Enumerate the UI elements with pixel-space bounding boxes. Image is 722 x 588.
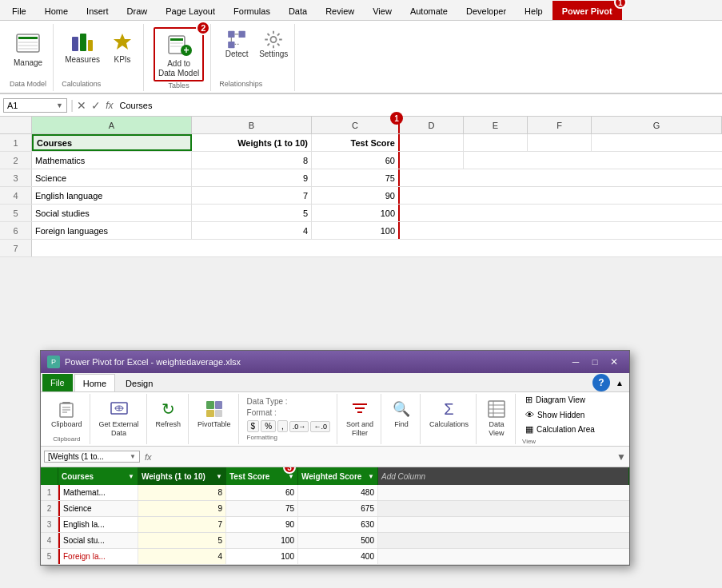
pp-td-4-addcol[interactable] bbox=[378, 533, 629, 548]
cell-1a[interactable]: Courses bbox=[32, 134, 192, 151]
cell-1e[interactable] bbox=[464, 134, 528, 151]
pp-show-hidden-btn[interactable]: 👁 Show Hidden bbox=[522, 408, 608, 421]
cancel-icon[interactable]: ✕ bbox=[77, 99, 86, 112]
cell-6a[interactable]: Foreign languages bbox=[32, 222, 192, 239]
cell-4c[interactable]: 90 bbox=[312, 187, 400, 204]
pp-td-1-testscore[interactable]: 60 bbox=[226, 485, 298, 500]
settings-button[interactable]: Settings bbox=[257, 27, 289, 61]
pp-percent-btn[interactable]: % bbox=[261, 420, 276, 432]
pp-td-5-courses[interactable]: Foreign la... bbox=[58, 549, 138, 564]
measures-button[interactable]: Measures bbox=[62, 27, 103, 66]
tab-home[interactable]: Home bbox=[36, 1, 77, 20]
pp-td-3-addcol[interactable] bbox=[378, 517, 629, 532]
pp-td-4-courses[interactable]: Social stu... bbox=[58, 533, 138, 548]
pp-clipboard-btn[interactable]: Clipboard bbox=[49, 395, 85, 431]
pp-refresh-btn[interactable]: ↻ Refresh bbox=[154, 395, 184, 431]
pp-name-box[interactable]: [Weights (1 to... ▼ bbox=[44, 451, 140, 463]
pp-td-4-weights[interactable]: 5 bbox=[138, 533, 226, 548]
tab-page-layout[interactable]: Page Layout bbox=[157, 1, 224, 20]
pp-find-btn[interactable]: 🔍 Find bbox=[388, 395, 415, 431]
fx-icon[interactable]: fx bbox=[106, 100, 113, 111]
pp-td-3-weights[interactable]: 7 bbox=[138, 517, 226, 532]
cell-1c[interactable]: Test Score bbox=[312, 134, 400, 151]
pp-td-3-testscore[interactable]: 90 bbox=[226, 517, 298, 532]
pp-td-4-testscore[interactable]: 100 bbox=[226, 533, 298, 548]
cell-6d[interactable] bbox=[400, 222, 722, 239]
name-box[interactable]: A1 ▼ bbox=[3, 98, 67, 113]
tab-power-pivot[interactable]: Power Pivot 1 bbox=[552, 1, 622, 20]
pp-td-5-testscore[interactable]: 100 bbox=[226, 549, 298, 564]
pp-th-testscore[interactable]: Test Score 3 ▼ bbox=[226, 467, 298, 485]
pp-td-2-weights[interactable]: 9 bbox=[138, 501, 226, 516]
tab-file[interactable]: File bbox=[3, 1, 35, 20]
pp-td-3-weightedscore[interactable]: 630 bbox=[298, 517, 378, 532]
cell-3b[interactable]: 9 bbox=[192, 169, 312, 186]
col-header-e[interactable]: E bbox=[464, 117, 528, 133]
tab-formulas[interactable]: Formulas bbox=[225, 1, 279, 20]
pp-td-1-courses[interactable]: Mathemat... bbox=[58, 485, 138, 500]
manage-button[interactable]: Manage bbox=[10, 27, 46, 70]
kpis-button[interactable]: KPIs bbox=[106, 27, 138, 66]
cell-4a[interactable]: English language bbox=[32, 187, 192, 204]
cell-1f[interactable] bbox=[528, 134, 592, 151]
pp-pivot-btn[interactable]: PivotTable bbox=[195, 395, 233, 431]
pp-formula-input[interactable] bbox=[157, 452, 611, 461]
tab-draw[interactable]: Draw bbox=[118, 1, 157, 20]
pp-maximize-button[interactable]: □ bbox=[586, 354, 604, 370]
cell-2b[interactable]: 8 bbox=[192, 152, 312, 169]
add-to-data-model-button[interactable]: + Add toData Model 2 bbox=[154, 27, 204, 81]
col-header-f[interactable]: F bbox=[528, 117, 592, 133]
pp-increase-decimal-btn[interactable]: .0→ bbox=[289, 421, 309, 432]
pp-td-2-courses[interactable]: Science bbox=[58, 501, 138, 516]
pp-sort-filter-btn[interactable]: Sort andFilter bbox=[344, 395, 376, 440]
pp-th-addcol[interactable]: Add Column bbox=[378, 467, 629, 485]
detect-button[interactable]: Detect bbox=[219, 27, 254, 61]
col-header-b[interactable]: B bbox=[192, 117, 312, 133]
cell-2a[interactable]: Mathematics bbox=[32, 152, 192, 169]
cell-4b[interactable]: 7 bbox=[192, 187, 312, 204]
cell-5a[interactable]: Social studies bbox=[32, 205, 192, 221]
pp-calculations-btn[interactable]: Σ Calculations bbox=[427, 395, 471, 431]
pp-td-2-testscore[interactable]: 75 bbox=[226, 501, 298, 516]
tab-data[interactable]: Data bbox=[280, 1, 316, 20]
pp-tab-design[interactable]: Design bbox=[117, 374, 162, 391]
tab-automate[interactable]: Automate bbox=[401, 1, 457, 20]
pp-tab-home[interactable]: Home bbox=[74, 374, 115, 391]
pp-td-2-addcol[interactable] bbox=[378, 501, 629, 516]
pp-td-3-courses[interactable]: English la... bbox=[58, 517, 138, 532]
pp-td-4-weightedscore[interactable]: 500 bbox=[298, 533, 378, 548]
col-header-a[interactable]: A bbox=[32, 117, 192, 133]
cell-5d[interactable] bbox=[400, 205, 722, 221]
cell-6b[interactable]: 4 bbox=[192, 222, 312, 239]
pp-data-view-btn[interactable]: DataView bbox=[483, 395, 510, 440]
cell-3c[interactable]: 75 bbox=[312, 169, 400, 186]
cell-1g[interactable] bbox=[592, 134, 722, 151]
pp-td-5-weights[interactable]: 4 bbox=[138, 549, 226, 564]
pp-td-5-weightedscore[interactable]: 400 bbox=[298, 549, 378, 564]
tab-help[interactable]: Help bbox=[516, 1, 552, 20]
cell-7a[interactable] bbox=[32, 240, 722, 256]
tab-view[interactable]: View bbox=[364, 1, 401, 20]
cell-3a[interactable]: Science bbox=[32, 169, 192, 186]
pp-help-icon[interactable]: ? bbox=[592, 374, 610, 391]
tab-developer[interactable]: Developer bbox=[457, 1, 515, 20]
pp-formula-expand-icon[interactable]: ▼ bbox=[616, 451, 626, 463]
cell-6c[interactable]: 100 bbox=[312, 222, 400, 239]
pp-th-courses[interactable]: Courses ▼ bbox=[58, 467, 138, 485]
col-header-g[interactable]: G bbox=[592, 117, 722, 133]
cell-5c[interactable]: 100 bbox=[312, 205, 400, 221]
cell-3d[interactable] bbox=[400, 169, 722, 186]
pp-td-2-weightedscore[interactable]: 675 bbox=[298, 501, 378, 516]
pp-diagram-view-btn[interactable]: ⊞ Diagram View bbox=[522, 393, 608, 407]
pp-td-1-addcol[interactable] bbox=[378, 485, 629, 500]
cell-2e[interactable] bbox=[464, 152, 722, 169]
pp-td-1-weightedscore[interactable]: 480 bbox=[298, 485, 378, 500]
pp-td-5-addcol[interactable] bbox=[378, 549, 629, 564]
col-header-d[interactable]: D bbox=[400, 117, 464, 133]
pp-th-weights[interactable]: Weights (1 to 10) ▼ bbox=[138, 467, 226, 485]
cell-2d[interactable] bbox=[400, 152, 464, 169]
pp-dollar-btn[interactable]: $ bbox=[247, 420, 260, 432]
pp-tab-file[interactable]: File bbox=[42, 374, 73, 391]
pp-minimize-button[interactable]: ─ bbox=[567, 354, 584, 370]
pp-th-weightedscore[interactable]: Weighted Score ▼ bbox=[298, 467, 378, 485]
